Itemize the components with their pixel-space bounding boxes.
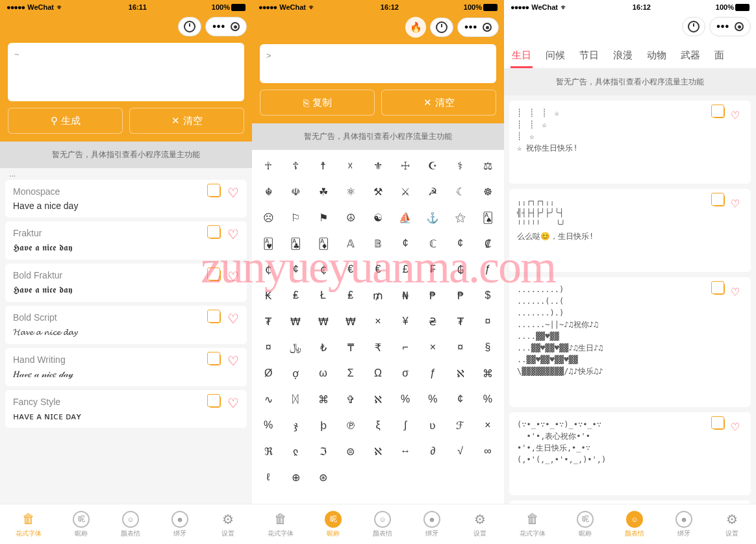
symbol-cell[interactable]: ₱	[447, 282, 474, 308]
symbol-cell[interactable]: ₵	[255, 256, 282, 282]
symbol-cell[interactable]: %	[255, 412, 282, 438]
symbol-cell[interactable]: ☥	[255, 153, 282, 179]
emoticon-card[interactable]: .........) ......(..( .......).) ......~…	[509, 277, 751, 407]
symbol-cell[interactable]: ℜ	[255, 438, 282, 464]
symbol-cell[interactable]: §	[474, 334, 501, 360]
symbol-cell[interactable]: ℓ	[255, 464, 282, 490]
text-input[interactable]: >	[260, 44, 496, 83]
symbol-cell[interactable]: Ø	[255, 360, 282, 386]
tab-动物[interactable]: 动物	[646, 45, 668, 68]
font-card[interactable]: Hand Writing 𝐻𝒶𝓋𝑒 𝒶 𝓃𝒾𝒸𝑒 𝒹𝒶𝓎 ♡	[5, 348, 247, 386]
symbol-cell[interactable]: ₹	[364, 334, 392, 360]
symbol-cell[interactable]: ∫	[392, 412, 419, 438]
heart-icon[interactable]: ♡	[731, 282, 744, 295]
symbol-cell[interactable]: ƒ	[474, 256, 501, 282]
symbol-cell[interactable]: ℱ	[447, 412, 474, 438]
symbol-cell[interactable]: ₥	[364, 282, 392, 308]
history-button[interactable]	[682, 17, 705, 36]
font-card[interactable]: Fraktur 𝕳𝖆𝖛𝖊 𝖆 𝖓𝖎𝖈𝖊 𝖉𝖆𝖞 ♡	[5, 221, 247, 260]
heart-icon[interactable]: ♡	[731, 417, 744, 430]
symbol-cell[interactable]: ₩	[337, 308, 364, 334]
symbol-cell[interactable]: ☸	[474, 179, 501, 204]
capsule-menu[interactable]: •••	[457, 18, 499, 37]
symbol-cell[interactable]: Ω	[364, 360, 392, 386]
symbol-cell[interactable]: ↔	[392, 438, 419, 464]
nav-settings[interactable]: ⚙设置	[220, 511, 236, 538]
symbol-cell[interactable]: ×	[364, 308, 392, 334]
symbol-cell[interactable]: $	[474, 282, 501, 308]
nav-emoticon[interactable]: ☺颜表情	[625, 511, 644, 538]
clear-button[interactable]: ✕清空	[129, 108, 244, 134]
symbol-cell[interactable]: ₴	[419, 308, 446, 334]
symbol-cell[interactable]: ʋ	[419, 412, 446, 438]
symbol-cell[interactable]: ¤	[255, 334, 282, 360]
symbol-cell[interactable]: ξ	[364, 412, 392, 438]
symbol-cell[interactable]: ℂ	[419, 230, 446, 256]
symbol-cell[interactable]: ℵ	[364, 438, 392, 464]
nav-bind[interactable]: ☻绑牙	[423, 511, 440, 538]
symbol-cell[interactable]: ×	[474, 412, 501, 438]
copy-icon[interactable]	[209, 312, 221, 323]
symbol-cell[interactable]: ¢	[282, 256, 309, 282]
nav-nickname[interactable]: 昵昵称	[73, 511, 90, 538]
emoticon-card[interactable]: (∵•_•∵•_•∵)_•∵•_•∵ •'•,表心祝你•'• •'•,生日快乐,…	[509, 412, 751, 495]
copy-icon[interactable]	[209, 186, 221, 197]
symbol-cell[interactable]: ⚓	[419, 204, 446, 230]
symbol-cell[interactable]: ℗	[337, 412, 364, 438]
symbol-cell[interactable]: ⊕	[282, 464, 309, 490]
symbol-cell[interactable]: ¢	[447, 386, 474, 412]
font-list[interactable]: ... Monospace Have a nice day ♡ Fraktur …	[0, 168, 252, 504]
tab-生日[interactable]: 生日	[510, 45, 533, 68]
symbol-cell[interactable]: ₲	[447, 256, 474, 282]
symbol-cell[interactable]: ¢	[447, 230, 474, 256]
copy-icon[interactable]	[209, 269, 221, 281]
font-card[interactable]: Bold Script 𝓗𝓪𝓿𝓮 𝓪 𝓷𝓲𝓬𝓮 𝓭𝓪𝔂 ♡	[5, 306, 247, 344]
copy-icon[interactable]	[713, 195, 725, 206]
symbol-cell[interactable]: ω	[309, 360, 336, 386]
capsule-menu[interactable]: •••	[205, 17, 247, 36]
heart-icon[interactable]: ♡	[731, 194, 744, 207]
nav-emoticon[interactable]: ☺颜表情	[373, 511, 392, 538]
symbol-cell[interactable]: ℑ	[309, 438, 336, 464]
text-input[interactable]: ~	[8, 43, 244, 101]
symbol-cell[interactable]: ⊜	[337, 438, 364, 464]
symbol-cell[interactable]: ¤	[447, 334, 474, 360]
symbol-cell[interactable]: ⚛	[337, 179, 364, 204]
symbol-cell[interactable]: ₵	[309, 256, 336, 282]
symbol-cell[interactable]: ∂	[419, 438, 446, 464]
symbol-cell[interactable]: ⚑	[309, 204, 336, 230]
symbol-cell[interactable]: ⌘	[474, 360, 501, 386]
symbol-cell[interactable]: Σ	[337, 360, 364, 386]
symbol-cell[interactable]: ✞	[337, 386, 364, 412]
tab-节日[interactable]: 节日	[578, 45, 600, 68]
symbol-cell[interactable]: ⊛	[309, 464, 336, 490]
copy-button[interactable]: ⎘复制	[260, 90, 375, 116]
symbol-cell[interactable]: ₤	[337, 282, 364, 308]
nav-bind[interactable]: ☻绑牙	[171, 511, 188, 538]
emoticon-list[interactable]: ┊ ┊ ┊ ☆ ┊ ┊ ☆ ┊ ☆ ☆ 祝你生日快乐! ♡ ╷╷┌┐┌┐╷╷ ╣…	[504, 95, 756, 504]
symbol-cell[interactable]: ₸	[337, 334, 364, 360]
symbol-cell[interactable]: €	[337, 256, 364, 282]
symbol-cell[interactable]: ⚜	[364, 153, 392, 179]
tab-武器[interactable]: 武器	[679, 45, 701, 68]
symbol-cell[interactable]: ☘	[309, 179, 336, 204]
heart-icon[interactable]: ♡	[731, 106, 744, 119]
nav-fonts[interactable]: 🗑花式字体	[520, 511, 546, 538]
symbol-cell[interactable]: ☾	[447, 179, 474, 204]
clear-button[interactable]: ✕清空	[381, 90, 496, 116]
symbol-cell[interactable]: ₡	[474, 230, 501, 256]
symbol-cell[interactable]: 🂱	[255, 230, 282, 256]
symbol-cell[interactable]: ợ	[282, 360, 309, 386]
symbol-cell[interactable]: ⌘	[309, 386, 336, 412]
copy-icon[interactable]	[209, 227, 221, 239]
nav-fonts[interactable]: 🗑花式字体	[268, 511, 294, 538]
symbol-cell[interactable]: ჺ	[282, 438, 309, 464]
history-button[interactable]	[430, 18, 453, 37]
symbol-cell[interactable]: ₦	[392, 282, 419, 308]
nav-emoticon[interactable]: ☺颜表情	[121, 511, 140, 538]
font-card[interactable]: Bold Fraktur 𝕳𝖆𝖛𝖊 𝖆 𝖓𝖎𝖈𝖊 𝖉𝖆𝖞 ♡	[5, 264, 247, 302]
symbol-cell[interactable]: ℵ	[447, 360, 474, 386]
symbol-cell[interactable]: ☪	[419, 153, 446, 179]
tab-浪漫[interactable]: 浪漫	[612, 45, 634, 68]
symbol-cell[interactable]: ₤	[282, 282, 309, 308]
